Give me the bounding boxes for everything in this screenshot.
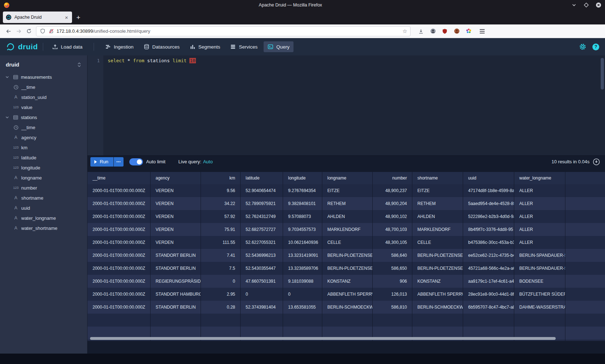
cell-agency[interactable]: REGIERUNGSPRÄSIDIUM [151,275,201,288]
reload-icon[interactable] [24,26,34,36]
forward-icon[interactable] [14,26,24,36]
cell-km[interactable]: 34.22 [201,197,241,210]
cell-latitude[interactable]: 52.6227055321 [241,236,283,249]
cell-longname[interactable]: ABBENFLETH SPERRWEI [322,288,373,301]
cell-shortname[interactable]: RETHEM [412,197,463,210]
cell-longitude[interactable]: 9.7034557573 [283,223,322,236]
account-icon[interactable] [430,28,436,35]
cell-longname[interactable]: MARKLENDORF [322,223,373,236]
cell-uuid[interactable]: ee52ce62-212c-4735-b4 [463,249,514,262]
cell-number[interactable]: 48,300,105 [373,236,412,249]
cell-uuid[interactable]: 45721a68-566c-4e2a-a6 [463,262,514,275]
cell-__time[interactable]: 2000-01-01T00:00:00.000Z [88,275,151,288]
tree-item-shortname[interactable]: Ashortname [0,193,87,203]
cell-longname[interactable]: BERLIN-PLOETZENSEE U [322,262,373,275]
cell-longname[interactable]: RETHEM [322,197,373,210]
cell-shortname[interactable]: CELLE [412,236,463,249]
tree-item-__time[interactable]: __time [0,122,87,132]
cell-longitude[interactable]: 13.3238589706 [283,262,322,275]
schema-selector[interactable]: druid [0,55,87,72]
cell-km[interactable]: 2.95 [201,288,241,301]
cell-uuid[interactable]: 47174d8f-1b8e-4599-8a [463,184,514,197]
cell-agency[interactable]: VERDEN [151,210,201,223]
cell-__time[interactable] [88,314,151,327]
cell-__time[interactable]: 2000-01-01T00:00:00.000Z [88,301,151,314]
cell-latitude[interactable]: 52.7624312749 [241,210,283,223]
tree-item-number[interactable]: 123number [0,183,87,193]
cell-number[interactable]: 48,700,103 [373,223,412,236]
cell-longname[interactable]: AHLDEN [322,210,373,223]
cell-agency[interactable]: VERDEN [151,223,201,236]
tab-close-icon[interactable]: × [64,14,69,21]
tree-item-__time[interactable]: __time [0,82,87,92]
cell-number[interactable] [373,314,412,327]
nav-item-query[interactable]: Query [264,41,293,52]
cell-agency[interactable]: STANDORT BERLIN [151,301,201,314]
cell-uuid[interactable]: 522286e2-b2b3-4d0d-9a [463,210,514,223]
live-query-value[interactable]: Auto [203,159,213,164]
cell-latitude[interactable]: 52.9040654474 [241,184,283,197]
tree-item-km[interactable]: 123km [0,142,87,153]
column-header-km[interactable]: km [201,172,241,184]
tree-item-water_shortname[interactable]: Awater_shortname [0,223,87,233]
cell-water_longname[interactable]: ALLER [514,197,565,210]
cell-km[interactable]: 0.28 [201,301,241,314]
cell-uuid[interactable]: 28ec91e8-90c0-44d1-8f [463,288,514,301]
cell-longitude[interactable] [283,314,322,327]
cell-uuid[interactable]: aa9179c1-17ef-4c61-a48 [463,275,514,288]
cell-number[interactable]: 906 [373,275,412,288]
url-bar[interactable]: 172.18.0.4:30899/unified-console.html#qu… [36,26,411,36]
cell-uuid[interactable] [463,314,514,327]
cell-__time[interactable]: 2000-01-01T00:00:00.000Z [88,262,151,275]
nav-item-ingestion[interactable]: Ingestion [101,41,138,52]
menu-icon[interactable] [478,27,487,36]
tree-item-station_uuid[interactable]: Astation_uuid [0,92,87,102]
cell-__time[interactable]: 2000-01-01T00:00:00.000Z [88,210,151,223]
column-header-water_longname[interactable]: water_longname [514,172,565,184]
chevron-down-icon[interactable] [4,114,10,120]
column-header-latitude[interactable]: latitude [241,172,283,184]
cell-water_longname[interactable] [514,314,565,327]
cell-latitude[interactable]: 52.7890975921 [241,197,283,210]
run-more-button[interactable]: ••• [114,157,124,167]
cell-km[interactable]: 75.91 [201,223,241,236]
nav-item-load-data[interactable]: Load data [48,41,86,52]
nav-item-datasources[interactable]: Datasources [140,41,184,52]
cell-shortname[interactable]: ABBENFLETH SPERRWEI [412,288,463,301]
tree-item-uuid[interactable]: Auuid [0,203,87,213]
cell-km[interactable]: 9.56 [201,184,241,197]
column-header-uuid[interactable]: uuid [463,172,514,184]
auto-limit-toggle[interactable] [129,158,143,165]
downloads-icon[interactable] [418,28,424,35]
help-icon[interactable]: ? [592,44,599,50]
column-header-__time[interactable]: __time [88,172,151,184]
cell-latitude[interactable]: 47.6607501391 [241,275,283,288]
cell-water_longname[interactable]: ALLER [514,223,565,236]
nav-item-services[interactable]: Services [226,41,261,52]
cell-uuid[interactable]: b475386c-30cc-453a-b3 [463,236,514,249]
tree-item-measurements[interactable]: measurements [0,72,87,82]
tree-item-water_longname[interactable]: Awater_longname [0,213,87,223]
cell-__time[interactable]: 2000-01-01T00:00:00.000Z [88,197,151,210]
cell-uuid[interactable]: 8b4f9f7c-3376-4dd8-95 [463,223,514,236]
cell-water_longname[interactable]: ALLER [514,210,565,223]
cell-latitude[interactable]: 52.3743981404 [241,301,283,314]
horizontal-scrollbar[interactable] [90,337,556,340]
cell-agency[interactable]: VERDEN [151,197,201,210]
cell-longitude[interactable]: 9.2767694354 [283,184,322,197]
download-results-icon[interactable] [593,158,600,165]
extension-avatar-icon[interactable] [453,28,460,35]
column-header-longitude[interactable]: longitude [283,172,322,184]
cell-longname[interactable]: BERLIN-SCHMOECKWITZ [322,301,373,314]
cell-water_longname[interactable]: DAHME-WASSERSTRAS [514,301,565,314]
browser-tab[interactable]: Apache Druid × [3,12,72,23]
editor-vertical-scrollbar[interactable] [601,58,604,90]
cell-km[interactable]: 57.92 [201,210,241,223]
window-maximize-button[interactable] [583,2,589,8]
druid-logo[interactable]: druid [6,42,38,51]
nav-item-segments[interactable]: Segments [186,41,224,52]
cell-uuid[interactable]: 5aaed954-de4e-4528-8f [463,197,514,210]
cell-agency[interactable] [151,314,201,327]
query-text[interactable]: select * from stations limit 10 [103,55,196,155]
run-button[interactable]: Run [90,157,113,167]
